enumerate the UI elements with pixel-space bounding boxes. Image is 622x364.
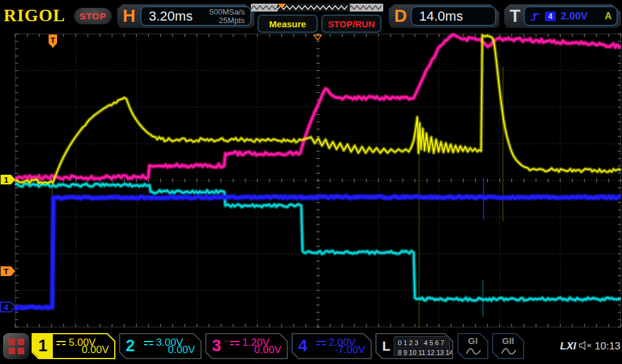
menu-grid-icon (9, 339, 15, 345)
la-label: L (379, 334, 394, 358)
sample-rate: 500MSa/s (209, 8, 245, 16)
channel-3-status-box[interactable]: 3 1.20V 0.00V (205, 333, 288, 359)
waveform-display: T1T4 (0, 0, 622, 364)
record-trigger-marker-icon (278, 4, 286, 8)
la-row-2: 8 9 10 11 12 13 14 15 (398, 349, 462, 356)
channel-2-number: 2 (120, 334, 140, 358)
la-digital-channels: 0 1 2 3 4 5 6 78 9 10 11 12 13 14 15 (394, 336, 450, 356)
t-label: T (510, 4, 521, 28)
channel-2-offset: 0.00V (168, 344, 195, 356)
menu-grid-icon (18, 348, 24, 354)
channel-4-status-box[interactable]: 4 2.00V -7.00V (292, 333, 372, 359)
measure-button[interactable]: Measure (258, 15, 318, 33)
top-toolbar: RIGOL STOP H 3.20ms 500MSa/s 25Mpts Meas… (0, 0, 622, 32)
horizontal-timebase-panel[interactable]: H 3.20ms 500MSa/s 25Mpts (117, 4, 255, 28)
lxi-logo: LXI (560, 340, 576, 352)
delay-value: 14.0ms (419, 8, 463, 24)
svg-text:4: 4 (4, 303, 9, 312)
clock: 10:13 (595, 340, 621, 352)
timebase-value: 3.20ms (149, 8, 193, 24)
rigol-logo: RIGOL (4, 5, 66, 25)
run-state-badge: STOP (74, 8, 112, 24)
channel-1-offset: 0.00V (82, 344, 109, 356)
stop-run-button[interactable]: STOP/RUN (321, 15, 381, 33)
bottom-statusbar: 1 5.00V 0.00V 2 3.00V 0.00V 3 (0, 331, 622, 364)
dc-coupling-icon (144, 341, 153, 345)
logic-analyzer-box[interactable]: L 0 1 2 3 4 5 6 78 9 10 11 12 13 14 15 (375, 333, 453, 359)
dc-coupling-icon (230, 341, 239, 345)
record-position-bar[interactable] (251, 4, 383, 12)
menu-grid-icon (9, 348, 15, 354)
h-label: H (123, 4, 135, 28)
trigger-level-value: 2.00V (561, 10, 587, 22)
dc-coupling-icon (56, 341, 66, 345)
svg-text:T: T (4, 267, 9, 276)
oscilloscope-screen: T1T4 RIGOL STOP H 3.20ms 500MSa/s 25Mpts… (0, 0, 622, 364)
speaker-muted-icon[interactable] (578, 340, 593, 351)
trigger-source-badge: 4 (545, 12, 556, 21)
menu-grid-icon (18, 339, 24, 345)
channel-4-number: 4 (293, 334, 313, 358)
gen1-button[interactable]: GI (457, 333, 488, 359)
d-label: D (394, 4, 407, 28)
gen2-button[interactable]: GII (492, 333, 524, 359)
sine-wave-icon (501, 348, 516, 356)
svg-text:1: 1 (4, 175, 8, 184)
channel-1-status-box[interactable]: 1 5.00V 0.00V (32, 333, 115, 359)
memory-depth: 25Mpts (209, 16, 245, 25)
channel-1-number: 1 (33, 334, 53, 358)
channel-3-number: 3 (207, 334, 227, 358)
channel-3-offset: 0.00V (255, 344, 281, 356)
dc-coupling-icon (316, 341, 326, 345)
record-waveform-preview (251, 4, 383, 12)
trigger-mode: A (604, 11, 612, 22)
channel-4-offset: -7.00V (335, 344, 365, 356)
sine-wave-icon (465, 348, 481, 356)
la-row-1: 0 1 2 3 4 5 6 7 (398, 339, 444, 346)
delay-panel[interactable]: D 14.0ms (389, 4, 499, 28)
rising-edge-trigger-icon (530, 12, 540, 21)
gen1-label: GI (459, 335, 487, 346)
trigger-panel[interactable]: T 4 2.00V A (504, 4, 621, 28)
menu-button[interactable] (3, 333, 29, 359)
svg-text:T: T (50, 36, 55, 45)
gen2-label: GII (493, 335, 523, 346)
channel-2-status-box[interactable]: 2 3.00V 0.00V (119, 333, 202, 359)
